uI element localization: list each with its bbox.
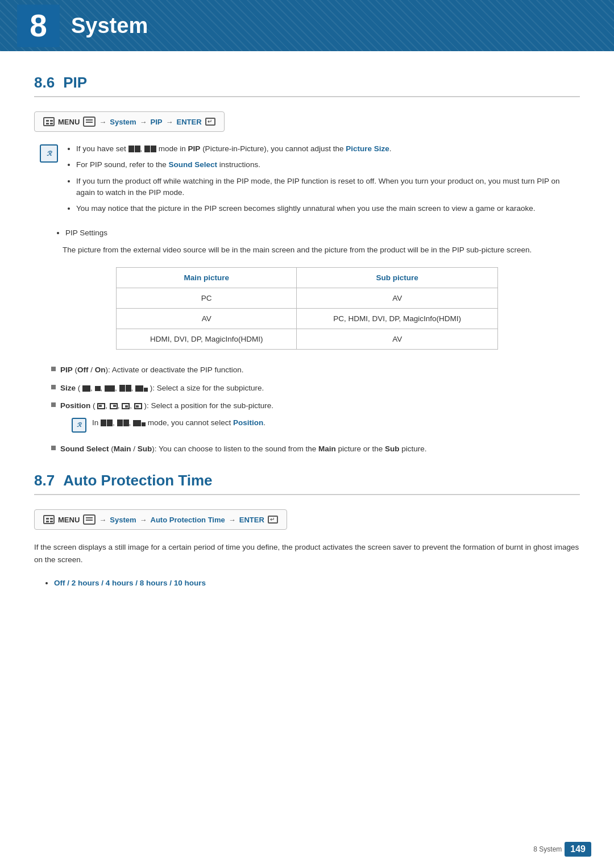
apt-menu-path: MENU → System → Auto Protection Time → E… — [34, 509, 287, 530]
feature-position-text: Position ( , , , ): Select a position fo… — [60, 401, 273, 410]
table-cell: PC, HDMI, DVI, DP, MagicInfo(HDMI) — [297, 309, 498, 329]
table-header-sub: Sub picture — [297, 268, 498, 288]
size-icon-4 — [119, 385, 131, 392]
apt-menu-system: System — [110, 516, 136, 524]
table-cell: HDMI, DVI, DP, MagicInfo(HDMI) — [117, 329, 297, 350]
table-row: PC AV — [117, 288, 498, 309]
feature-size-text: Size ( , , , , ): Select a size for the … — [60, 382, 264, 394]
section-pip-title: PIP — [63, 74, 87, 92]
section-apt-header: 8.7 Auto Protection Time — [34, 472, 580, 495]
pip-settings-item: PIP Settings — [65, 227, 580, 239]
table-cell: PC — [117, 288, 297, 309]
table-header-main: Main picture — [117, 268, 297, 288]
note-icon: ℛ — [40, 144, 58, 163]
footer-section-label: 8 System — [533, 845, 562, 853]
apt-enter-icon — [268, 516, 278, 524]
apt-menu-label: MENU — [58, 516, 80, 524]
enter-icon — [205, 118, 215, 126]
note-item-1: If you have set , mode in PIP (Picture-i… — [76, 143, 580, 155]
chapter-number: 8 — [17, 5, 60, 47]
note-item-3: If you turn the product off while watchi… — [76, 176, 580, 199]
table-row: AV PC, HDMI, DVI, DP, MagicInfo(HDMI) — [117, 309, 498, 329]
position-note-text: In , , mode, you cannot select Position. — [92, 417, 265, 429]
menu-grid-icon — [43, 117, 55, 126]
pip-table: Main picture Sub picture PC AV AV PC, HD… — [116, 267, 498, 350]
feature-sound-select: Sound Select (Main / Sub): You can choos… — [51, 443, 580, 455]
pip-feature-list: PIP (Off / On): Activate or deactivate t… — [34, 364, 580, 455]
apt-description: If the screen displays a still image for… — [34, 541, 580, 566]
section-pip-number: 8.6 — [34, 74, 55, 92]
chapter-title: System — [71, 14, 148, 38]
section-pip-header: 8.6 PIP — [34, 74, 580, 97]
square-bullet — [51, 367, 56, 371]
feature-sound-text: Sound Select (Main / Sub): You can choos… — [60, 443, 427, 455]
menu-enter: ENTER — [177, 118, 202, 126]
apt-menu-grid-icon — [43, 515, 55, 524]
menu-pip: PIP — [151, 118, 163, 126]
pos-mode-2 — [117, 420, 129, 426]
pos-mode-3 — [133, 420, 146, 426]
note-item-2: For PIP sound, refer to the Sound Select… — [76, 159, 580, 171]
table-cell: AV — [117, 309, 297, 329]
feature-pip-text: PIP (Off / On): Activate or deactivate t… — [60, 364, 243, 376]
apt-options-text: Off / 2 hours / 4 hours / 8 hours / 10 h… — [54, 579, 206, 587]
table-cell: AV — [297, 329, 498, 350]
menu-system: System — [110, 118, 136, 126]
feature-position: Position ( , , , ): Select a position fo… — [51, 400, 580, 437]
page-number: 149 — [565, 842, 591, 857]
section-apt-number: 8.7 — [34, 472, 55, 489]
menu-icon — [83, 117, 96, 127]
apt-options-item: Off / 2 hours / 4 hours / 8 hours / 10 h… — [54, 578, 580, 589]
menu-label: MENU — [58, 118, 80, 126]
square-bullet — [51, 385, 56, 389]
square-bullet — [51, 402, 56, 407]
size-icon-2 — [95, 386, 101, 391]
pip-settings-label: PIP Settings — [34, 227, 580, 239]
pip-mode-icon-2 — [144, 146, 156, 152]
position-note-icon: ℛ — [72, 418, 86, 433]
page-footer: 8 System 149 — [533, 842, 591, 857]
main-content: 8.6 PIP MENU → System → PIP → ENTER ℛ If… — [0, 74, 614, 643]
pip-menu-path: MENU → System → PIP → ENTER — [34, 111, 225, 132]
pip-settings-description: The picture from the external video sour… — [34, 244, 580, 256]
table-row: HDMI, DVI, DP, MagicInfo(HDMI) AV — [117, 329, 498, 350]
page-header: 8 System — [0, 0, 614, 51]
table-cell: AV — [297, 288, 498, 309]
pos-mode-1 — [101, 420, 113, 426]
apt-menu-enter: ENTER — [239, 516, 264, 524]
pip-note-list: If you have set , mode in PIP (Picture-i… — [65, 143, 580, 214]
position-note: ℛ In , , mode, you cannot select Positio… — [60, 417, 273, 433]
feature-pip: PIP (Off / On): Activate or deactivate t… — [51, 364, 580, 376]
apt-options-list: Off / 2 hours / 4 hours / 8 hours / 10 h… — [34, 578, 580, 589]
size-icon-3 — [105, 385, 115, 392]
pip-mode-icon-1 — [128, 146, 140, 152]
apt-menu-icon — [83, 514, 96, 525]
square-bullet — [51, 446, 56, 450]
size-icon-1 — [82, 385, 90, 392]
apt-menu-apt: Auto Protection Time — [151, 516, 225, 524]
section-apt-title: Auto Protection Time — [63, 472, 212, 489]
size-icon-5 — [135, 385, 148, 392]
pip-note-content: If you have set , mode in PIP (Picture-i… — [65, 143, 580, 219]
feature-size: Size ( , , , , ): Select a size for the … — [51, 382, 580, 394]
note-item-4: You may notice that the picture in the P… — [76, 203, 580, 214]
pip-note-block: ℛ If you have set , mode in PIP (Picture… — [34, 143, 580, 219]
